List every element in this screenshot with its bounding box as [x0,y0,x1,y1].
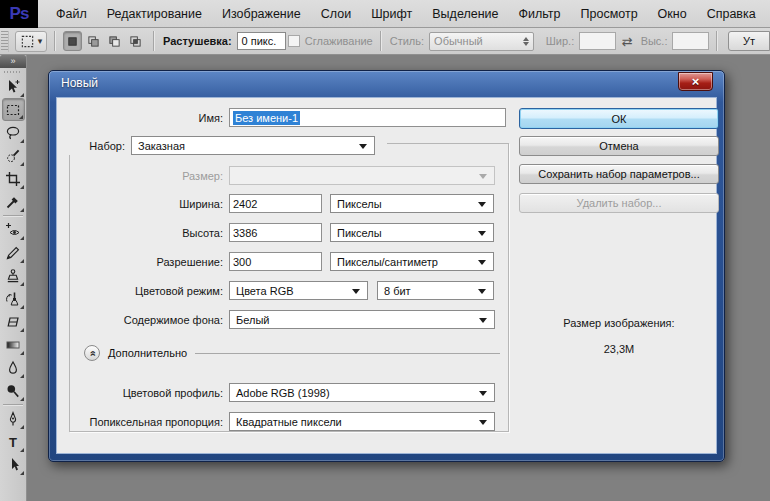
divider [54,31,55,51]
pixel-aspect-select[interactable]: Квадратные пиксели [229,412,495,431]
subtract-from-selection-mode-button[interactable] [105,31,124,51]
chevron-down-icon [478,260,486,265]
bit-depth-select[interactable]: 8 бит [377,281,494,300]
menu-help[interactable]: Справка [697,0,766,28]
chevron-down-icon [478,202,486,207]
photoshop-logo: Ps [0,0,38,28]
pen-icon [5,411,21,427]
ok-button[interactable]: ОК [519,108,719,129]
quick-selection-tool-button[interactable] [2,144,25,167]
background-contents-row: Содержимое фона: Белый [57,310,502,329]
antialias-checkbox[interactable] [288,35,299,47]
resolution-input[interactable]: 300 [229,252,322,271]
panel-grip[interactable] [0,68,26,75]
blur-tool-button[interactable] [2,356,25,379]
type-tool-button[interactable]: T [2,430,25,453]
red-eye-icon [5,222,21,238]
feather-input[interactable]: 0 пикс. [237,32,287,50]
options-bar-gripper[interactable] [1,31,9,52]
color-mode-select[interactable]: Цвета RGB [229,281,368,300]
eyedropper-tool-button[interactable] [2,190,25,213]
brush-tool-button[interactable] [2,241,25,264]
width-unit-value: Пикселы [337,198,382,210]
width-unit-select[interactable]: Пикселы [330,194,494,213]
path-selection-icon [5,457,21,473]
clone-stamp-tool-button[interactable] [2,264,25,287]
menu-image[interactable]: Изображение [212,0,311,28]
lasso-icon [5,125,21,141]
height-unit-select[interactable]: Пикселы [330,223,494,242]
menu-type[interactable]: Шрифт [361,0,422,28]
menu-window[interactable]: Окно [648,0,697,28]
history-brush-tool-button[interactable] [2,287,25,310]
height-unit-value: Пикселы [337,227,382,239]
color-mode-row: Цветовой режим: Цвета RGB 8 бит [57,281,502,300]
width-row: Ширина: 2402 Пикселы [57,194,502,213]
rectangular-marquee-icon [5,102,21,118]
new-document-dialog: Новый × Имя: Без имени-1 Набор: Заказная… [48,70,725,462]
width-label: Ширина: [57,198,229,210]
advanced-label: Дополнительно [108,347,187,359]
new-selection-mode-button[interactable] [63,31,82,51]
chevron-down-icon [359,144,367,149]
new-selection-icon [66,35,79,48]
resolution-unit-select[interactable]: Пикселы/сантиметр [330,252,494,271]
style-select[interactable]: Обычный [429,32,534,51]
background-contents-select[interactable]: Белый [229,310,495,329]
chevron-down-icon [479,420,487,425]
color-mode-value: Цвета RGB [236,285,294,297]
eraser-tool-button[interactable] [2,310,25,333]
dodge-tool-button[interactable] [2,379,25,402]
clone-stamp-icon [5,268,21,284]
width-input[interactable]: 2402 [229,194,322,213]
menu-file[interactable]: Файл [46,0,97,28]
height-input[interactable] [672,32,709,50]
menu-select[interactable]: Выделение [422,0,508,28]
rectangular-marquee-tool-button[interactable] [2,98,25,121]
svg-text:T: T [9,434,17,449]
section-divider [195,353,500,354]
lasso-tool-button[interactable] [2,121,25,144]
chevron-down-icon [479,318,487,323]
move-tool-icon [5,79,21,95]
menu-layers[interactable]: Слои [311,0,361,28]
name-input[interactable]: Без имени-1 [229,108,506,127]
height-label: Выс.: [641,35,668,47]
menu-edit[interactable]: Редактирование [97,0,212,28]
style-value: Обычный [434,35,483,47]
cancel-button[interactable]: Отмена [519,136,719,156]
preset-select[interactable]: Заказная [131,136,375,155]
menu-view[interactable]: Просмотр [571,0,648,28]
red-eye-tool-button[interactable] [2,218,25,241]
type-tool-icon: T [5,434,21,450]
intersect-selection-mode-button[interactable] [126,31,145,51]
current-tool-preset-button[interactable]: ▾ [15,31,48,52]
advanced-collapse-button[interactable]: » [84,345,100,361]
antialias-label: Сглаживание [305,35,373,47]
pixel-aspect-label: Попиксельная пропорция: [57,416,229,428]
resolution-unit-value: Пикселы/сантиметр [337,256,438,268]
eyedropper-icon [5,194,21,210]
pen-tool-button[interactable] [2,407,25,430]
marquee-tool-icon [20,34,35,49]
width-label: Шир.: [546,35,574,47]
divider [153,31,154,51]
crop-tool-button[interactable] [2,167,25,190]
subtract-from-selection-icon [108,35,121,48]
height-input[interactable]: 3386 [229,223,322,242]
add-to-selection-mode-button[interactable] [84,31,103,51]
width-input[interactable] [579,32,616,50]
crop-icon [5,171,21,187]
color-profile-select[interactable]: Adobe RGB (1998) [229,383,495,402]
swap-dimensions-icon[interactable]: ⇄ [622,34,633,49]
save-preset-button[interactable]: Сохранить набор параметров... [519,164,719,184]
move-tool-button[interactable] [2,75,25,98]
path-selection-tool-button[interactable] [2,453,25,476]
close-button[interactable]: × [678,72,713,91]
menu-filter[interactable]: Фильтр [509,0,571,28]
gradient-tool-button[interactable] [2,333,25,356]
refine-edge-button[interactable]: Ут [728,31,770,51]
name-value-selected: Без имени-1 [233,111,300,125]
panel-collapse-button[interactable]: » [0,55,26,68]
style-label: Стиль: [390,35,424,47]
